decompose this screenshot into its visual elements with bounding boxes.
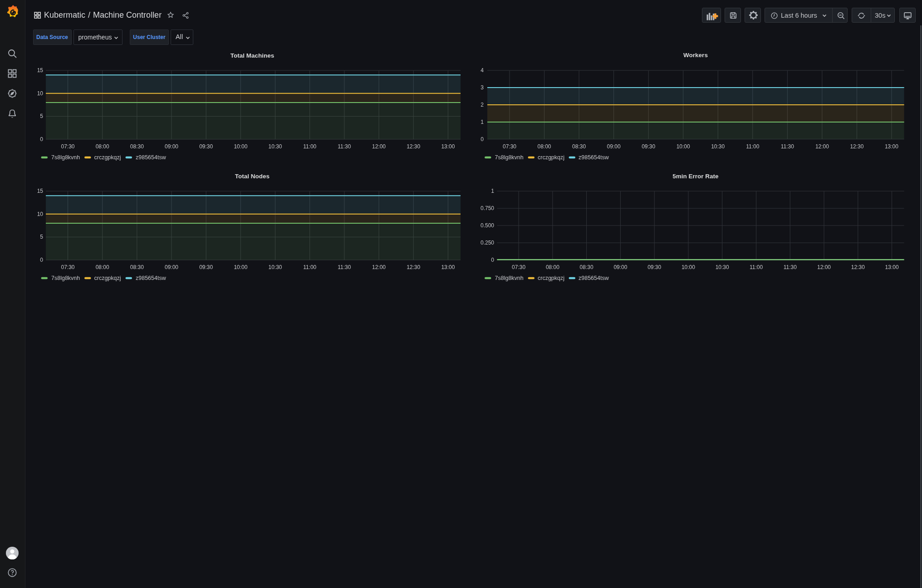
svg-text:12:00: 12:00 bbox=[372, 143, 386, 150]
svg-text:08:30: 08:30 bbox=[572, 143, 586, 150]
svg-text:1: 1 bbox=[491, 188, 494, 194]
svg-text:0: 0 bbox=[40, 136, 43, 142]
svg-text:crczgpkqzj: crczgpkqzj bbox=[94, 275, 121, 281]
svg-text:13:00: 13:00 bbox=[885, 143, 898, 150]
svg-text:7s8lg8kvnh: 7s8lg8kvnh bbox=[51, 275, 80, 281]
svg-text:12:00: 12:00 bbox=[372, 264, 386, 270]
svg-text:07:30: 07:30 bbox=[512, 264, 525, 270]
svg-text:12:30: 12:30 bbox=[407, 264, 420, 270]
svg-text:7s8lg8kvnh: 7s8lg8kvnh bbox=[495, 275, 524, 281]
svg-text:0: 0 bbox=[40, 257, 43, 263]
svg-text:10:30: 10:30 bbox=[268, 143, 282, 150]
svg-text:09:30: 09:30 bbox=[642, 143, 655, 150]
svg-text:11:00: 11:00 bbox=[303, 143, 316, 150]
svg-text:10:00: 10:00 bbox=[682, 264, 695, 270]
svg-text:11:30: 11:30 bbox=[781, 143, 794, 150]
svg-text:08:30: 08:30 bbox=[130, 143, 144, 150]
svg-text:08:30: 08:30 bbox=[580, 264, 593, 270]
svg-text:10:00: 10:00 bbox=[677, 143, 690, 150]
svg-text:09:00: 09:00 bbox=[607, 143, 621, 150]
svg-text:09:00: 09:00 bbox=[165, 264, 178, 270]
svg-text:crczgpkqzj: crczgpkqzj bbox=[538, 154, 564, 161]
svg-text:15: 15 bbox=[37, 67, 44, 74]
svg-text:0: 0 bbox=[481, 136, 484, 142]
svg-text:12:30: 12:30 bbox=[851, 264, 865, 270]
svg-text:09:30: 09:30 bbox=[199, 143, 213, 150]
svg-text:09:30: 09:30 bbox=[647, 264, 661, 270]
svg-text:2: 2 bbox=[481, 102, 484, 108]
svg-text:10: 10 bbox=[37, 211, 44, 217]
svg-text:Total Nodes: Total Nodes bbox=[235, 173, 270, 180]
svg-text:09:30: 09:30 bbox=[199, 264, 213, 270]
svg-text:crczgpkqzj: crczgpkqzj bbox=[538, 275, 564, 281]
svg-text:10:30: 10:30 bbox=[716, 264, 729, 270]
svg-text:11:00: 11:00 bbox=[303, 264, 316, 270]
svg-text:0.500: 0.500 bbox=[481, 222, 494, 229]
svg-text:0.250: 0.250 bbox=[481, 240, 494, 246]
svg-text:13:00: 13:00 bbox=[441, 143, 455, 150]
svg-text:12:00: 12:00 bbox=[817, 264, 831, 270]
svg-text:08:00: 08:00 bbox=[546, 264, 559, 270]
svg-text:3: 3 bbox=[481, 84, 484, 91]
svg-text:09:00: 09:00 bbox=[165, 143, 178, 150]
svg-text:0: 0 bbox=[491, 257, 494, 263]
svg-text:10:00: 10:00 bbox=[234, 264, 247, 270]
svg-text:11:00: 11:00 bbox=[746, 143, 759, 150]
svg-text:7s8lg8kvnh: 7s8lg8kvnh bbox=[495, 154, 524, 161]
svg-text:08:00: 08:00 bbox=[537, 143, 551, 150]
svg-text:z985654tsw: z985654tsw bbox=[579, 275, 609, 281]
svg-text:12:30: 12:30 bbox=[850, 143, 863, 150]
svg-text:5: 5 bbox=[40, 113, 43, 119]
svg-text:13:00: 13:00 bbox=[441, 264, 455, 270]
svg-text:z985654tsw: z985654tsw bbox=[579, 154, 609, 161]
svg-text:5min Error Rate: 5min Error Rate bbox=[672, 173, 719, 180]
svg-text:4: 4 bbox=[481, 67, 484, 74]
svg-text:crczgpkqzj: crczgpkqzj bbox=[94, 154, 121, 161]
svg-text:13:00: 13:00 bbox=[885, 264, 899, 270]
svg-text:11:30: 11:30 bbox=[338, 143, 351, 150]
svg-text:0.750: 0.750 bbox=[481, 205, 494, 211]
svg-text:07:30: 07:30 bbox=[503, 143, 516, 150]
svg-text:11:30: 11:30 bbox=[338, 264, 351, 270]
svg-text:12:00: 12:00 bbox=[815, 143, 829, 150]
svg-text:Total Machines: Total Machines bbox=[230, 52, 275, 59]
svg-text:07:30: 07:30 bbox=[61, 264, 74, 270]
svg-text:10: 10 bbox=[37, 90, 44, 97]
svg-text:z985654tsw: z985654tsw bbox=[136, 154, 167, 161]
svg-text:07:30: 07:30 bbox=[61, 143, 74, 150]
svg-text:Workers: Workers bbox=[683, 52, 708, 59]
svg-text:12:30: 12:30 bbox=[407, 143, 420, 150]
svg-text:08:30: 08:30 bbox=[130, 264, 144, 270]
svg-text:1: 1 bbox=[481, 119, 484, 125]
svg-text:5: 5 bbox=[40, 234, 43, 240]
svg-text:15: 15 bbox=[37, 188, 44, 194]
svg-text:10:30: 10:30 bbox=[268, 264, 282, 270]
svg-text:08:00: 08:00 bbox=[96, 143, 109, 150]
svg-text:10:00: 10:00 bbox=[234, 143, 247, 150]
svg-text:10:30: 10:30 bbox=[711, 143, 725, 150]
svg-text:08:00: 08:00 bbox=[96, 264, 109, 270]
svg-text:09:00: 09:00 bbox=[613, 264, 627, 270]
svg-text:z985654tsw: z985654tsw bbox=[136, 275, 167, 281]
svg-text:7s8lg8kvnh: 7s8lg8kvnh bbox=[51, 154, 80, 161]
svg-text:11:00: 11:00 bbox=[750, 264, 763, 270]
svg-text:11:30: 11:30 bbox=[784, 264, 797, 270]
